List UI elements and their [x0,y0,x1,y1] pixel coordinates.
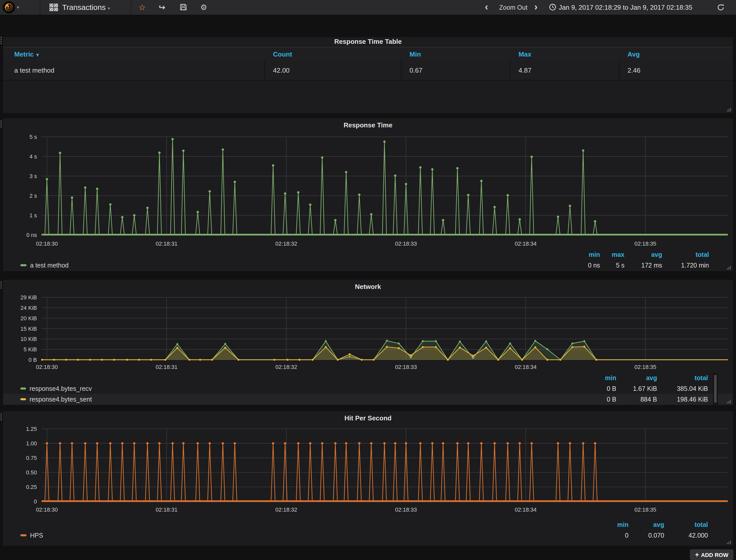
data-point [101,359,103,361]
panel-title[interactable]: Hit Per Second [3,414,733,422]
legend-item[interactable]: a test method [20,260,69,271]
star-icon[interactable]: ☆ [138,0,147,15]
data-point [59,152,61,154]
legend-series-row: HPS 0 0.070 42.000 [3,530,733,541]
time-back-chevron-icon[interactable]: ‹ [485,0,493,15]
data-point [595,359,597,361]
data-point [109,442,112,444]
data-point [583,340,585,342]
panel-header: Response Time Table [3,37,733,47]
dashboard-title-button[interactable]: Transactions ▾ [62,0,110,15]
data-point [493,442,495,444]
series-area [42,347,728,360]
x-axis-label: 02:18:33 [395,241,417,247]
series-line [42,139,728,235]
share-icon[interactable]: ↪ [157,0,167,15]
panel-resize-grip[interactable] [726,266,731,270]
legend-item[interactable]: response4.bytes_sent [20,394,92,405]
table-column-count[interactable]: Count [265,47,401,62]
data-point [237,359,239,361]
stat-total: 1.720 min [662,260,709,271]
data-point [506,442,509,444]
data-point [518,218,521,221]
table-column-min[interactable]: Min [401,47,510,62]
data-point [571,342,573,344]
data-point [398,347,400,349]
data-point [456,442,459,444]
table-column-avg[interactable]: Avg [619,47,733,62]
add-row-button[interactable]: +ADD ROW [690,549,733,560]
cell-min: 0.67 [401,61,510,80]
data-point [349,356,351,358]
row-drag-handle[interactable] [1,413,3,421]
x-axis-label: 02:18:33 [395,506,417,513]
data-point [518,442,521,444]
data-point [126,359,128,361]
table-column-metric[interactable]: Metric▾ [3,47,265,62]
time-range-button[interactable]: Jan 9, 2017 02:18:29 to Jan 9, 2017 02:1… [559,0,692,15]
x-axis-label: 02:18:31 [156,241,178,247]
data-point [321,442,324,444]
stat-header-avg[interactable]: avg [628,519,664,530]
row-drag-handle[interactable] [1,120,3,128]
data-point [146,207,149,209]
stat-header-total[interactable]: total [657,372,708,383]
y-axis-label: 10 KiB [20,336,37,342]
panel-resize-grip[interactable] [726,400,731,404]
data-point [334,219,337,221]
series-line [42,443,728,501]
table-column-max[interactable]: Max [510,47,619,62]
data-point [435,340,437,342]
data-point [442,219,444,221]
stat-header-avg[interactable]: avg [616,372,657,383]
data-point [530,442,533,444]
panel-resize-grip[interactable] [726,108,731,112]
stat-header-total[interactable]: total [662,249,709,260]
panel-title[interactable]: Response Time Table [3,38,733,46]
dashboard-picker-icon[interactable] [49,4,58,11]
zoom-out-button[interactable]: Zoom Out [499,0,527,15]
y-axis-label: 2 s [30,193,37,199]
legend-item[interactable]: HPS [20,530,43,541]
y-axis-label: 0.25 [26,484,37,490]
x-axis-label: 02:18:35 [634,506,656,513]
y-axis-label: 3 s [30,173,37,179]
data-point [405,183,407,185]
stat-total: 42.000 [664,530,708,541]
data-point [182,442,184,444]
y-axis-label: 0.75 [26,455,37,461]
panel-title[interactable]: Response Time [3,121,733,129]
row-drag-handle[interactable] [1,281,3,289]
data-point [71,196,73,199]
data-point [534,346,536,348]
logo-dropdown-caret-icon[interactable]: ▾ [17,0,19,15]
data-point [485,340,487,342]
panel-title[interactable]: Network [3,283,733,291]
data-point [594,220,596,222]
gear-icon[interactable]: ⚙ [199,0,208,15]
stat-header-avg[interactable]: avg [624,249,662,260]
stat-header-min[interactable]: min [586,372,616,383]
stat-header-min[interactable]: min [602,519,628,530]
data-point [459,341,461,343]
legend-item[interactable]: response4.bytes_recv [20,383,92,394]
data-point [419,166,421,169]
data-point [546,348,548,350]
time-forward-chevron-icon[interactable]: › [534,0,542,15]
refresh-icon[interactable] [716,0,725,15]
data-point [345,442,348,444]
legend-scrollbar[interactable] [713,374,718,406]
stat-header-min[interactable]: min [573,249,600,260]
data-point [211,359,213,361]
data-point [209,190,211,192]
panel-resize-grip[interactable] [726,541,731,544]
data-point [334,442,337,444]
data-point [569,205,571,207]
grafana-logo[interactable] [3,1,15,14]
stat-header-total[interactable]: total [664,519,708,530]
stat-header-max[interactable]: max [600,249,624,260]
save-icon[interactable] [179,0,188,15]
row-drag-handle[interactable] [1,37,3,45]
data-point [199,359,201,361]
data-point [113,359,115,361]
